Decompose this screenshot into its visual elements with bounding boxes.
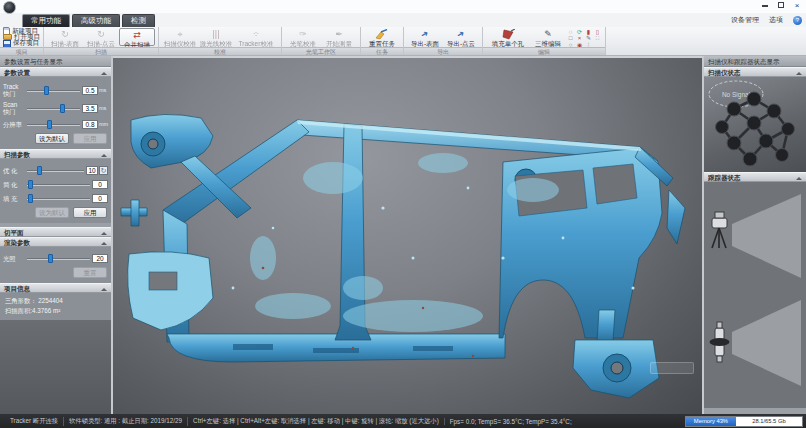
apply-button[interactable]: 应用 bbox=[73, 207, 107, 218]
optimize-slider[interactable] bbox=[27, 165, 84, 175]
track-shutter-slider[interactable] bbox=[27, 85, 80, 95]
start-measure-button[interactable]: ✒ 开始测量 bbox=[321, 28, 357, 46]
title-bar: × bbox=[0, 0, 806, 13]
render-params-section: 光照 20 重置 bbox=[0, 247, 111, 283]
options-menu[interactable]: 选项 bbox=[769, 16, 783, 23]
reset-button[interactable]: 重置 bbox=[73, 267, 107, 278]
section-header-tracker-status[interactable]: 跟踪器状态 bbox=[704, 172, 806, 182]
ribbon-group-edit: 填充单个孔 ✎ 三维编辑 ◌ ⟳ ▮ ▯ □ × ✎ ∷ ○ ◉ ⋮ bbox=[483, 27, 606, 55]
tab-inspection[interactable]: 检测 bbox=[122, 14, 155, 27]
ribbon-group-scan: ↻ 扫描-表面 ↻ 扫描-点云 ⇄ 合并扫描 扫描 bbox=[44, 27, 159, 55]
track-shutter-value[interactable]: 0.5 bbox=[82, 86, 98, 95]
reset-task-button[interactable]: 重置任务 bbox=[364, 28, 400, 46]
tracker-calibration-button[interactable]: ⁘ Tracker校准 bbox=[234, 28, 278, 46]
slider-thumb[interactable] bbox=[28, 180, 33, 189]
triangle-count: 三角形数： 2254404 bbox=[3, 296, 108, 306]
fill-hole-icon bbox=[502, 29, 515, 40]
resolution-value[interactable]: 0.8 bbox=[82, 120, 98, 129]
tab-common-functions[interactable]: 常用功能 bbox=[22, 14, 70, 27]
section-header-scan-params[interactable]: 扫描参数 bbox=[0, 149, 111, 159]
ribbon-group-calibration: ⌖ 扫描仪校准 ||| 激光线校准 ⁘ Tracker校准 校准 bbox=[159, 27, 282, 55]
fill-label: 填 充 bbox=[3, 195, 27, 202]
scan-surface-button[interactable]: ↻ 扫描-表面 bbox=[47, 28, 83, 46]
help-icon[interactable]: ? bbox=[793, 16, 802, 25]
car-body-scan bbox=[113, 58, 702, 414]
collapse-arrow-icon bbox=[796, 72, 802, 75]
edit-3d-button[interactable]: ✎ 三维编辑 bbox=[530, 28, 566, 46]
scan-params-section: 优 化 10 ↻ 简 化 0 填 充 0 bbox=[0, 159, 111, 223]
optimize-refresh-icon[interactable]: ↻ bbox=[99, 166, 108, 175]
section-header-render-params[interactable]: 渲染参数 bbox=[0, 237, 111, 247]
viewport-watermark bbox=[650, 362, 694, 374]
collapse-arrow-icon bbox=[796, 177, 802, 180]
section-header-clip-plane[interactable]: 切平面 bbox=[0, 227, 111, 237]
fill-slider[interactable] bbox=[27, 193, 90, 203]
lighting-slider[interactable] bbox=[27, 253, 90, 263]
group-label-task: 任务 bbox=[361, 47, 403, 55]
probe-pen-icon: ✑ bbox=[299, 29, 307, 40]
lighting-value[interactable]: 20 bbox=[92, 254, 108, 263]
lighting-label: 光照 bbox=[3, 255, 27, 262]
slider-thumb[interactable] bbox=[28, 194, 33, 203]
section-header-project-info[interactable]: 项目信息 bbox=[0, 283, 111, 293]
scanner-calibration-button[interactable]: ⌖ 扫描仪校准 bbox=[162, 28, 198, 46]
group-label-calibration: 校准 bbox=[159, 47, 281, 55]
tab-advanced-functions[interactable]: 高级功能 bbox=[72, 14, 120, 27]
slider-thumb[interactable] bbox=[60, 104, 65, 113]
ribbon-toolbar: 新建项目 打开项目 保存项目 项目 ↻ 扫描-表面 bbox=[0, 27, 806, 56]
export-pointcloud-button[interactable]: ➜ 导出-点云 bbox=[443, 28, 479, 46]
slider-thumb[interactable] bbox=[44, 86, 49, 95]
simplify-slider[interactable] bbox=[27, 179, 90, 189]
maximize-button[interactable] bbox=[774, 1, 788, 11]
group-label-scan: 扫描 bbox=[44, 47, 158, 55]
left-parameter-panel: 参数设置与任务显示 参数设置 Track 快门 0.5 ms Scan 快门 3… bbox=[0, 56, 113, 414]
simplify-value[interactable]: 0 bbox=[92, 180, 108, 189]
collapse-arrow-icon bbox=[101, 232, 107, 235]
mouse-hints: Ctrl+左键: 选择 | Ctrl+Alt+左键: 取消选择 | 左键: 移动… bbox=[187, 417, 444, 426]
fps-temperature: Fps= 0.0; TempS= 36.5°C; TempP= 35.4°C; bbox=[444, 418, 577, 425]
simplify-label: 简 化 bbox=[3, 181, 27, 188]
tracker-camera-side-icon bbox=[712, 212, 727, 248]
tracker-status-image bbox=[704, 182, 806, 408]
device-management-menu[interactable]: 设备管理 bbox=[731, 16, 759, 23]
no-signal-text: No Signal bbox=[722, 91, 751, 99]
scan-area: 扫描面积:4.3766 m² bbox=[3, 306, 108, 316]
set-default-button[interactable]: 设为默认 bbox=[35, 133, 69, 144]
right-panel-header: 扫描仪和跟踪器状态显示 bbox=[704, 56, 806, 67]
slider-thumb[interactable] bbox=[48, 254, 53, 263]
section-header-scanner-status[interactable]: 扫描仪状态 bbox=[704, 67, 806, 77]
laser-line-calibration-button[interactable]: ||| 激光线校准 bbox=[198, 28, 234, 46]
license-info: 软件锁类型: 通用 : 截止日期: 2019/12/29 bbox=[63, 417, 187, 426]
merge-scan-button[interactable]: ⇄ 合并扫描 bbox=[119, 28, 155, 46]
probe-calibration-button[interactable]: ✑ 光笔校准 bbox=[285, 28, 321, 46]
resolution-label: 分辨率 bbox=[3, 121, 27, 128]
close-button[interactable]: × bbox=[790, 1, 804, 11]
app-logo-icon[interactable] bbox=[3, 1, 16, 14]
optimize-value[interactable]: 10 bbox=[86, 166, 98, 175]
memory-total-label: 28.1/65.5 Gb bbox=[736, 417, 802, 426]
tracker-connection-status: Tracker 断开连接 bbox=[5, 417, 63, 426]
set-default-button[interactable]: 设为默认 bbox=[35, 207, 69, 218]
fill-value[interactable]: 0 bbox=[92, 194, 108, 203]
export-surface-button[interactable]: ➜ 导出-表面 bbox=[407, 28, 443, 46]
scan-shutter-slider[interactable] bbox=[27, 103, 80, 113]
scan-shutter-value[interactable]: 3.5 bbox=[82, 104, 98, 113]
memory-usage-indicator: Memory 43% 28.1/65.5 Gb bbox=[685, 416, 803, 427]
save-project-button[interactable]: 保存项目 bbox=[3, 41, 40, 47]
group-label-export: 导出 bbox=[404, 47, 482, 55]
track-shutter-label: Track 快门 bbox=[3, 83, 27, 97]
scan-pointcloud-button[interactable]: ↻ 扫描-点云 bbox=[83, 28, 119, 46]
apply-button[interactable]: 应用 bbox=[73, 133, 107, 144]
slider-thumb[interactable] bbox=[37, 166, 42, 175]
fill-single-hole-button[interactable]: 填充单个孔 bbox=[486, 28, 530, 46]
collapse-arrow-icon bbox=[101, 154, 107, 157]
edit-tool-grid: ◌ ⟳ ▮ ▯ □ × ✎ ∷ ○ ◉ ⋮ bbox=[566, 28, 602, 46]
section-header-parameters[interactable]: 参数设置 bbox=[0, 67, 111, 77]
minimize-button[interactable] bbox=[758, 1, 772, 11]
resolution-slider[interactable] bbox=[27, 119, 80, 129]
slider-thumb[interactable] bbox=[47, 120, 52, 129]
collapse-arrow-icon bbox=[101, 288, 107, 291]
application-window: { "titlebar": { "controls": { "minimize"… bbox=[0, 0, 806, 428]
edit-3d-pencil-icon: ✎ bbox=[544, 29, 552, 40]
3d-viewport[interactable] bbox=[113, 56, 702, 414]
